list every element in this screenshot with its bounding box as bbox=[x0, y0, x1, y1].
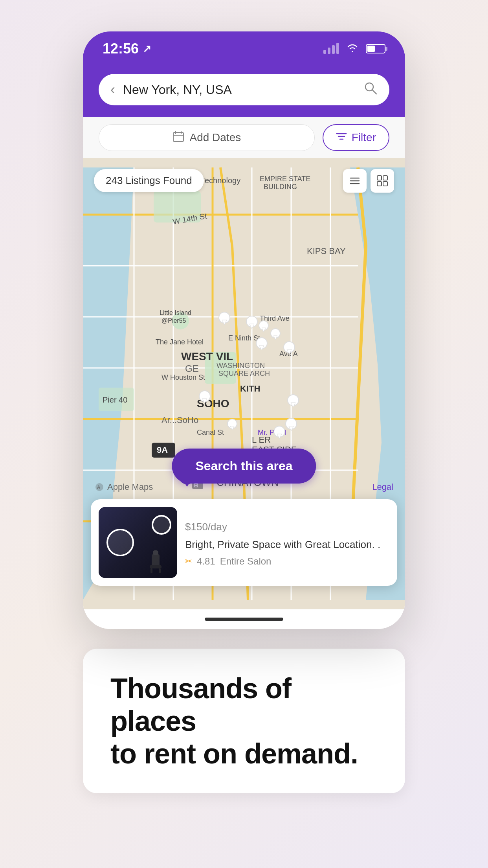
svg-text:9A: 9A bbox=[157, 445, 168, 455]
svg-text:EMPIRE STATE: EMPIRE STATE bbox=[260, 175, 310, 183]
filter-label: Filter bbox=[352, 131, 376, 144]
listings-count-text: 243 Listings Found bbox=[106, 175, 192, 186]
svg-rect-97 bbox=[150, 568, 152, 573]
svg-text:GE: GE bbox=[185, 363, 199, 374]
svg-rect-90 bbox=[383, 176, 387, 180]
svg-text:@Pier55: @Pier55 bbox=[161, 317, 186, 324]
listing-card[interactable]: $150/day Bright, Private Space with Grea… bbox=[91, 499, 397, 586]
filters-row: Add Dates Filter bbox=[83, 117, 405, 158]
listing-rating: 4.81 bbox=[197, 556, 215, 567]
status-time: 12:56 ↗ bbox=[103, 40, 151, 57]
battery-icon bbox=[366, 44, 385, 53]
svg-rect-99 bbox=[153, 550, 158, 555]
home-bar bbox=[205, 618, 283, 621]
svg-rect-2 bbox=[173, 132, 183, 142]
svg-text:Pier 40: Pier 40 bbox=[103, 395, 127, 404]
svg-rect-92 bbox=[383, 182, 387, 186]
svg-rect-95 bbox=[152, 554, 160, 566]
price-unit: /day bbox=[208, 521, 227, 533]
tagline-line2: to rent on demand. bbox=[110, 738, 358, 769]
phone-shell: 12:56 ↗ ‹ New York, NY, USA bbox=[83, 31, 405, 629]
apple-maps-watermark: A Apple Maps bbox=[95, 482, 153, 492]
rating-icon: ✂ bbox=[185, 556, 192, 566]
svg-text:E Ninth St: E Ninth St bbox=[228, 334, 260, 342]
svg-text:Little Island: Little Island bbox=[160, 309, 191, 316]
list-view-button[interactable] bbox=[343, 169, 367, 193]
search-area-label: Search this area bbox=[195, 459, 292, 473]
svg-point-0 bbox=[365, 83, 373, 91]
svg-text:KIPS BAY: KIPS BAY bbox=[307, 246, 346, 256]
filter-button[interactable]: Filter bbox=[323, 124, 389, 151]
search-input-value[interactable]: New York, NY, USA bbox=[123, 83, 356, 97]
status-bar: 12:56 ↗ bbox=[83, 31, 405, 66]
search-area-header: ‹ New York, NY, USA bbox=[83, 66, 405, 117]
back-button[interactable]: ‹ bbox=[110, 81, 115, 98]
listing-image bbox=[99, 507, 177, 578]
tagline-section: Thousands of places to rent on demand. bbox=[83, 649, 405, 793]
listing-meta: ✂ 4.81 Entire Salon bbox=[185, 556, 389, 567]
legal-text: Legal bbox=[372, 482, 393, 492]
map-view-controls bbox=[343, 169, 394, 193]
svg-text:Technology: Technology bbox=[201, 176, 240, 185]
svg-text:BUILDING: BUILDING bbox=[264, 183, 297, 191]
signal-icon bbox=[323, 44, 339, 54]
svg-rect-89 bbox=[377, 176, 382, 180]
svg-line-1 bbox=[372, 90, 376, 94]
listing-info: $150/day Bright, Private Space with Grea… bbox=[185, 518, 389, 567]
search-bar[interactable]: ‹ New York, NY, USA bbox=[99, 74, 389, 105]
filter-icon bbox=[336, 131, 347, 144]
tagline-line1: Thousands of places bbox=[110, 673, 291, 737]
svg-text:A: A bbox=[97, 485, 100, 490]
svg-rect-96 bbox=[150, 565, 161, 568]
svg-text:WEST VIL: WEST VIL bbox=[181, 350, 233, 362]
add-dates-label: Add Dates bbox=[190, 131, 241, 144]
apple-maps-text: Apple Maps bbox=[107, 482, 153, 492]
home-indicator bbox=[83, 609, 405, 629]
svg-rect-91 bbox=[377, 182, 382, 186]
time-display: 12:56 bbox=[103, 40, 139, 57]
svg-text:The Jane Hotel: The Jane Hotel bbox=[156, 338, 204, 346]
wifi-icon bbox=[346, 42, 359, 55]
svg-rect-98 bbox=[159, 568, 161, 573]
listing-price: $150/day bbox=[185, 518, 389, 533]
svg-text:WASHINGTON: WASHINGTON bbox=[216, 362, 265, 370]
status-icons bbox=[323, 42, 385, 55]
legal-link[interactable]: Legal bbox=[372, 482, 393, 492]
svg-text:Canal St: Canal St bbox=[197, 428, 224, 436]
calendar-icon bbox=[172, 131, 184, 145]
grid-view-button[interactable] bbox=[371, 169, 394, 193]
svg-text:KITH: KITH bbox=[240, 384, 260, 394]
listings-count-badge: 243 Listings Found bbox=[94, 169, 204, 192]
listing-type: Entire Salon bbox=[220, 556, 272, 567]
svg-text:SQUARE ARCH: SQUARE ARCH bbox=[218, 370, 270, 377]
add-dates-button[interactable]: Add Dates bbox=[99, 124, 315, 151]
price-amount: $150 bbox=[185, 521, 208, 533]
map-container[interactable]: WEST VIL GE SOHO Ar...SoHo TRIBECA CHINA… bbox=[83, 158, 405, 609]
svg-text:W Houston St: W Houston St bbox=[161, 373, 205, 381]
search-icon[interactable] bbox=[363, 81, 378, 99]
location-arrow-icon: ↗ bbox=[143, 43, 151, 55]
search-this-area-button[interactable]: Search this area bbox=[172, 449, 316, 484]
tagline-text: Thousands of places to rent on demand. bbox=[110, 672, 378, 770]
listing-name: Bright, Private Space with Great Locatio… bbox=[185, 538, 389, 552]
svg-text:Ar...SoHo: Ar...SoHo bbox=[161, 415, 198, 425]
